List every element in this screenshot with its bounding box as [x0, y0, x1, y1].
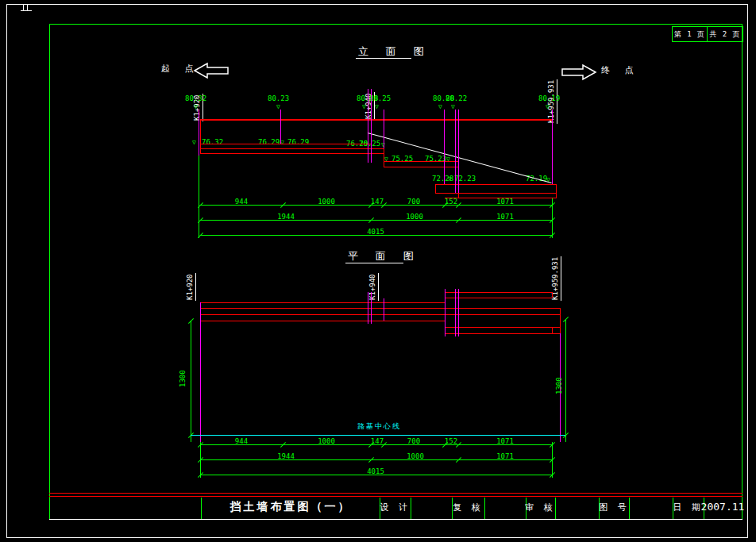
line	[371, 89, 372, 163]
dim-label: 1000	[318, 198, 335, 206]
elevation-value: 80.32	[185, 94, 206, 102]
line	[371, 292, 372, 324]
line	[458, 110, 459, 193]
line	[552, 110, 553, 184]
height-dim-label: 1300	[179, 370, 187, 387]
dim-label: 147	[371, 198, 384, 206]
line	[565, 319, 566, 442]
level-marker-icon: ▽	[546, 104, 550, 110]
line	[444, 110, 445, 184]
elevation-title: 立 面 图	[358, 45, 430, 57]
cad-drawing-sheet: 第 1 页 共 2 页 立 面 图 起 点 终 点 K1+920 K1+940 …	[0, 0, 756, 542]
line	[445, 289, 446, 336]
date-value: 2007.11	[701, 501, 745, 513]
station-label-start: K1+920	[186, 273, 196, 301]
line	[199, 156, 199, 238]
line	[200, 302, 201, 442]
level-marker-icon: ▽	[448, 176, 452, 183]
dim-label: 1944	[277, 213, 295, 221]
line	[384, 110, 384, 148]
line	[445, 333, 560, 334]
dim-label: 1000	[407, 452, 424, 460]
line	[201, 498, 202, 519]
line	[556, 184, 557, 198]
line	[49, 519, 742, 520]
drawing-title: 挡土墙布置图（一）	[230, 500, 352, 514]
level-marker-icon: ▽	[194, 104, 198, 110]
line	[191, 321, 191, 442]
line	[458, 289, 459, 336]
review-label: 复 核	[453, 502, 483, 513]
line	[484, 498, 485, 519]
level-marker-icon: ▽	[375, 104, 379, 110]
dim-label: 1071	[496, 437, 514, 445]
line	[200, 321, 445, 321]
line	[49, 24, 742, 25]
elevation-value: 80.23	[268, 94, 289, 102]
line	[455, 289, 456, 336]
outer-frame	[6, 4, 748, 538]
dim-label: 4015	[367, 467, 384, 475]
dim-label: 152	[445, 437, 457, 445]
line	[200, 144, 371, 144]
page-total-box: 共 2 页	[707, 26, 743, 42]
line	[280, 110, 281, 144]
dim-label: 1071	[496, 452, 514, 460]
page-number-label: 第 1 页	[674, 29, 705, 40]
dim-label: 1000	[406, 213, 423, 221]
dim-label: 944	[235, 198, 248, 206]
line	[200, 119, 201, 153]
dim-label: 1071	[496, 213, 514, 221]
line	[49, 24, 50, 519]
level-marker-icon: ▽	[192, 140, 196, 146]
line	[49, 496, 742, 497]
end-arrow-icon	[561, 63, 597, 83]
level-marker-icon: ▽	[362, 104, 366, 110]
line	[200, 314, 560, 315]
drawing-number-label: 图 号	[599, 502, 629, 513]
dim-label: 1000	[318, 437, 335, 445]
line	[455, 110, 456, 193]
dim-label: 700	[407, 198, 420, 206]
line	[445, 298, 552, 298]
line	[435, 184, 436, 193]
line	[411, 498, 411, 519]
roadbed-centerline	[191, 435, 565, 436]
line	[555, 498, 556, 519]
line	[435, 193, 556, 194]
line	[384, 167, 458, 167]
dim-label: 147	[371, 437, 384, 445]
dim-label: 700	[407, 437, 420, 445]
line	[384, 148, 384, 167]
end-point-label: 终 点	[601, 67, 638, 75]
line	[368, 89, 368, 163]
level-marker-icon: ▽	[438, 104, 442, 110]
elevation-value: 76.32	[202, 138, 223, 146]
line	[552, 292, 553, 298]
plan-title: 平 面 图	[348, 250, 419, 262]
line	[200, 148, 384, 149]
elevation-value: 80.25	[369, 94, 391, 102]
line	[560, 308, 561, 333]
line	[368, 292, 368, 324]
dim-label: 1071	[496, 198, 514, 206]
dim-label: 944	[235, 437, 248, 445]
design-label: 设 计	[380, 502, 410, 513]
line	[200, 302, 445, 303]
dim-label: 1944	[277, 452, 295, 460]
page-total-label: 共 2 页	[709, 29, 740, 40]
station-label-mid: K1+940	[368, 273, 379, 301]
title-underline	[356, 58, 411, 59]
line	[200, 308, 560, 309]
elevation-value: 80.22	[446, 94, 467, 102]
start-arrow-icon	[193, 62, 230, 81]
line	[200, 119, 552, 121]
check-label: 审 核	[525, 502, 555, 513]
line	[199, 110, 199, 156]
elevation-value: 76.29	[287, 138, 309, 146]
centerline-label: 路基中心线	[357, 421, 401, 432]
elevation-value: 76.29	[258, 138, 280, 146]
corner-mark	[21, 10, 32, 11]
line	[435, 184, 556, 185]
line	[200, 153, 384, 154]
